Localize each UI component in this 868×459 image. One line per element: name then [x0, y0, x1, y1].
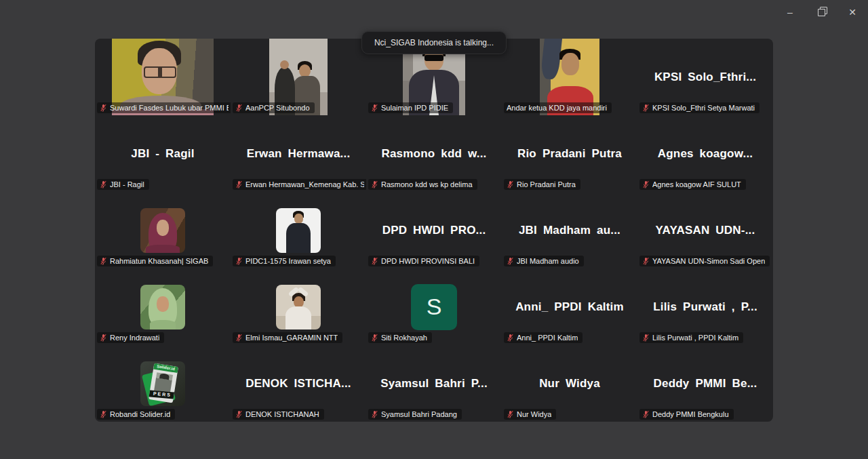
- participant-display-name: YAYASAN UDN-...: [652, 224, 760, 237]
- muted-mic-icon: [507, 410, 514, 418]
- participant-display-name: Agnes koagow...: [654, 147, 757, 161]
- figure-part: [150, 320, 176, 330]
- participant-tile[interactable]: JBI Madham au... JBI Madham audio: [502, 192, 637, 268]
- figure-part: [294, 214, 303, 224]
- participant-nametag: Anni_ PPDI Kaltim: [504, 332, 583, 343]
- participant-label: Rahmiatun Khasanah| SIGAB: [110, 257, 208, 265]
- figure-part: [286, 223, 311, 253]
- participant-nametag: Suwardi Fasdes Lubuk ubar PMMI B...: [97, 102, 231, 113]
- participant-nametag: PIDC1-1575 Irawan setya: [233, 256, 336, 266]
- participant-label: Reny Indrawati: [110, 334, 159, 342]
- participant-tile[interactable]: Solider.idPERS Robandi Solider.id: [95, 345, 231, 422]
- participant-label: Anni_ PPDI Kaltim: [517, 334, 578, 342]
- participant-display-name: Deddy PMMI Be...: [650, 377, 762, 391]
- window-controls: – ✕: [774, 2, 868, 22]
- participant-nametag: Lilis Purwati , PPDI Kaltim: [639, 332, 743, 343]
- participant-label: Sulaiman IPD PIDIE: [381, 104, 448, 112]
- figure-part: [146, 245, 180, 253]
- minimize-button[interactable]: –: [774, 2, 806, 22]
- participant-tile[interactable]: Andar ketua KDD jaya mandiri: [502, 39, 637, 115]
- participant-tile[interactable]: Elmi Ismau_GARAMIN NTT: [231, 268, 366, 345]
- muted-mic-icon: [642, 334, 650, 342]
- participant-tile[interactable]: Erwan Hermawa... Erwan Hermawan_Kemenag …: [231, 115, 366, 192]
- muted-mic-icon: [235, 180, 243, 188]
- participant-tile[interactable]: YAYASAN UDN-... YAYASAN UDN-Simon Sadi O…: [637, 192, 773, 268]
- participant-nametag: Reny Indrawati: [97, 332, 164, 343]
- participant-label: Andar ketua KDD jaya mandiri: [507, 104, 607, 112]
- participant-tile[interactable]: Rahmiatun Khasanah| SIGAB: [95, 192, 231, 268]
- muted-mic-icon: [235, 104, 243, 112]
- participant-label: Lilis Purwati , PPDI Kaltim: [652, 334, 738, 342]
- participant-nametag: Sulaiman IPD PIDIE: [368, 102, 453, 113]
- muted-mic-icon: [642, 410, 650, 418]
- initial-letter: S: [427, 294, 442, 320]
- participant-tile[interactable]: JBI - Ragil JBI - Ragil: [95, 115, 231, 192]
- participant-display-name: KPSI Solo_Fthri...: [650, 71, 760, 84]
- participant-tile[interactable]: Reny Indrawati: [95, 268, 231, 345]
- participant-label: DPD HWDI PROVINSI BALI: [381, 257, 475, 265]
- participant-tile[interactable]: Suwardi Fasdes Lubuk ubar PMMI B...: [95, 39, 231, 115]
- participant-tile[interactable]: AanPCP Situbondo: [231, 39, 366, 115]
- participant-tile[interactable]: DENOK ISTICHA... DENOK ISTICHANAH: [231, 345, 366, 422]
- participant-display-name: Anni_ PPDI Kaltim: [511, 300, 628, 314]
- minimize-icon: –: [787, 7, 793, 18]
- participant-nametag: DENOK ISTICHANAH: [233, 409, 324, 420]
- figure-part: [157, 220, 169, 236]
- participant-label: Robandi Solider.id: [110, 410, 170, 418]
- participant-display-name: Nur Widya: [535, 377, 604, 391]
- participant-tile[interactable]: Rio Pradani Putra Rio Pradani Putra: [502, 115, 637, 192]
- participant-label: YAYASAN UDN-Simon Sadi Open: [652, 257, 765, 265]
- participant-tile[interactable]: S Siti Rokhayah: [366, 268, 502, 345]
- muted-mic-icon: [507, 334, 514, 342]
- participant-label: Agnes koagow AIF SULUT: [652, 180, 741, 188]
- muted-mic-icon: [100, 410, 107, 418]
- participant-tile[interactable]: Nur Widya Nur Widya: [502, 345, 637, 422]
- muted-mic-icon: [642, 257, 650, 265]
- participant-display-name: Syamsul Bahri P...: [376, 377, 492, 391]
- participant-label: AanPCP Situbondo: [245, 104, 310, 112]
- participant-nametag: Rahmiatun Khasanah| SIGAB: [97, 256, 213, 266]
- participant-tile[interactable]: KPSI Solo_Fthri... KPSI Solo_Fthri Setya…: [637, 39, 773, 115]
- participant-tile[interactable]: PIDC1-1575 Irawan setya: [231, 192, 366, 268]
- press-card-title: Solider.id: [153, 363, 178, 373]
- figure-part: [561, 53, 579, 75]
- participant-display-name: Lilis Purwati , P...: [649, 300, 762, 314]
- gallery-grid: Suwardi Fasdes Lubuk ubar PMMI B... AanP…: [95, 39, 773, 422]
- participant-tile[interactable]: Anni_ PPDI Kaltim Anni_ PPDI Kaltim: [502, 268, 637, 345]
- participant-label: Erwan Hermawan_Kemenag Kab. Suk...: [245, 180, 364, 188]
- restore-icon: [818, 9, 825, 16]
- avatar-image: Solider.idPERS: [140, 361, 185, 406]
- figure-part: [144, 66, 176, 78]
- participant-label: Suwardi Fasdes Lubuk ubar PMMI B...: [110, 104, 229, 112]
- figure-part: [285, 306, 311, 330]
- muted-mic-icon: [642, 180, 650, 188]
- participant-tile[interactable]: Deddy PMMI Be... Deddy PMMI Bengkulu: [637, 345, 773, 422]
- participant-tile[interactable]: Syamsul Bahri P... Syamsul Bahri Padang: [366, 345, 502, 422]
- participant-tile[interactable]: Lilis Purwati , P... Lilis Purwati , PPD…: [637, 268, 773, 345]
- participant-display-name: Erwan Hermawa...: [243, 147, 355, 161]
- participant-nametag: Agnes koagow AIF SULUT: [639, 179, 746, 190]
- muted-mic-icon: [507, 257, 514, 265]
- participant-display-name: DENOK ISTICHA...: [241, 377, 355, 391]
- participant-nametag: Deddy PMMI Bengkulu: [639, 409, 734, 420]
- muted-mic-icon: [100, 334, 107, 342]
- participant-tile[interactable]: DPD HWDI PRO... DPD HWDI PROVINSI BALI: [366, 192, 502, 268]
- participant-tile[interactable]: Rasmono kdd w... Rasmono kdd ws kp delim…: [366, 115, 502, 192]
- participant-label: Rio Pradani Putra: [517, 180, 576, 188]
- avatar-image: [140, 285, 185, 330]
- participant-nametag: JBI - Ragil: [97, 179, 149, 190]
- participant-display-name: DPD HWDI PRO...: [378, 224, 490, 237]
- participant-label: Rasmono kdd ws kp delima: [381, 180, 473, 188]
- participant-label: KPSI Solo_Fthri Setya Marwati: [652, 104, 755, 112]
- muted-mic-icon: [507, 180, 514, 188]
- restore-button[interactable]: [806, 2, 837, 22]
- avatar-image: [140, 208, 185, 253]
- participant-nametag: Elmi Ismau_GARAMIN NTT: [233, 332, 342, 343]
- close-button[interactable]: ✕: [837, 2, 868, 22]
- participant-label: Nur Widya: [517, 410, 551, 418]
- initial-avatar: S: [411, 284, 457, 330]
- participant-nametag: DPD HWDI PROVINSI BALI: [368, 256, 479, 266]
- participant-nametag: KPSI Solo_Fthri Setya Marwati: [639, 102, 760, 113]
- participant-tile[interactable]: Agnes koagow... Agnes koagow AIF SULUT: [637, 115, 773, 192]
- muted-mic-icon: [371, 104, 378, 112]
